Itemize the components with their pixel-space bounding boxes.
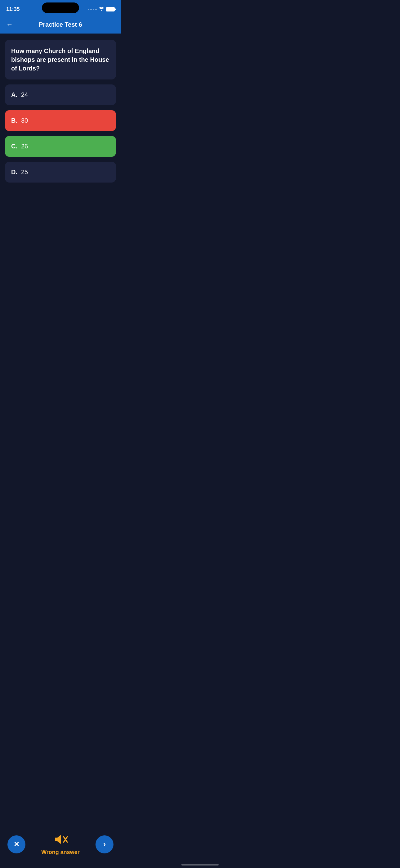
status-bar: 11:35 xyxy=(0,0,121,17)
page-title: Practice Test 6 xyxy=(18,21,103,28)
answer-label-d: D. xyxy=(11,168,18,176)
question-text: How many Church of England bishops are p… xyxy=(11,46,110,73)
battery-icon xyxy=(106,7,115,11)
answer-text-c: 26 xyxy=(21,143,28,150)
status-icons xyxy=(88,6,115,12)
answer-text-d: 25 xyxy=(21,168,28,176)
signal-icon xyxy=(88,9,97,10)
answer-option-c[interactable]: C. 26 xyxy=(5,136,116,157)
answer-option-d[interactable]: D. 25 xyxy=(5,162,116,183)
answer-option-b[interactable]: B. 30 xyxy=(5,110,116,131)
answer-text-a: 24 xyxy=(21,91,28,98)
answer-label-b: B. xyxy=(11,117,18,124)
main-content: How many Church of England bishops are p… xyxy=(0,34,121,189)
answer-label-a: A. xyxy=(11,91,18,98)
back-button[interactable]: ← xyxy=(6,21,13,29)
answer-text-b: 30 xyxy=(21,117,28,124)
notch xyxy=(42,2,79,13)
answer-label-c: C. xyxy=(11,143,18,150)
nav-bar: ← Practice Test 6 xyxy=(0,17,121,34)
answer-option-a[interactable]: A. 24 xyxy=(5,85,116,105)
wifi-icon xyxy=(99,6,104,12)
question-card: How many Church of England bishops are p… xyxy=(5,40,116,80)
status-time: 11:35 xyxy=(6,6,20,12)
